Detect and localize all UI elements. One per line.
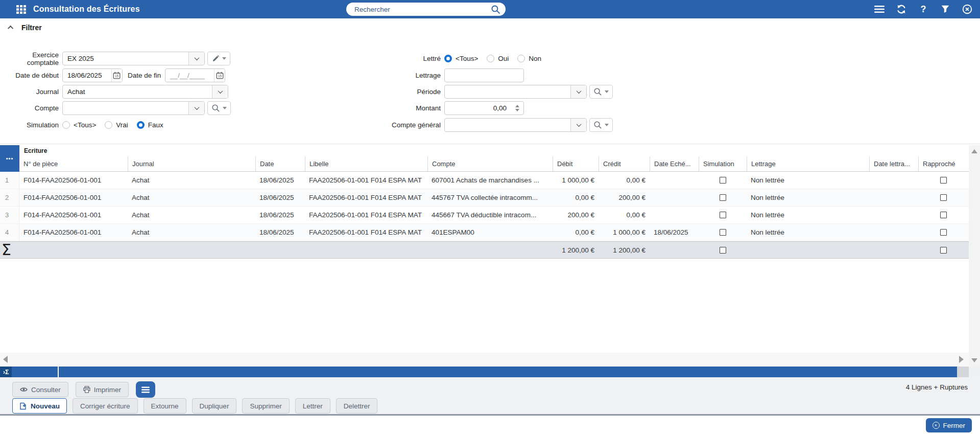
table-row[interactable]: 4 F014-FAA202506-01-001 Achat 18/06/2025… (0, 224, 969, 241)
simulation-label: Simulation (4, 121, 62, 129)
col-header-date-lettrage[interactable]: Date lettra... (869, 156, 918, 171)
compte-general-label: Compte général (357, 121, 444, 129)
lettre-radio-oui[interactable] (487, 55, 494, 62)
delettrer-button[interactable]: Delettrer (336, 398, 378, 414)
compte-dropdown-icon[interactable] (188, 102, 204, 115)
simulation-radio-faux[interactable] (137, 121, 145, 129)
col-header-lettrage[interactable]: Lettrage (747, 156, 869, 171)
lettrage-field[interactable] (444, 68, 524, 82)
cell-lettrage: Non lettrée (747, 194, 869, 201)
compte-general-dropdown-icon[interactable] (570, 119, 586, 131)
simulation-checkbox[interactable] (720, 212, 726, 218)
rapproche-checkbox[interactable] (940, 177, 947, 184)
fermer-button[interactable]: × Fermer (926, 418, 972, 432)
date-fin-field[interactable]: 15 (165, 68, 225, 82)
col-header-rapproche[interactable]: Rapproché (918, 156, 969, 171)
col-header-journal[interactable]: Journal (128, 156, 255, 171)
lines-count-info: 4 Lignes + Ruptures (906, 383, 968, 391)
exercice-edit-button[interactable] (207, 52, 230, 65)
column-options-button[interactable]: ••• (0, 145, 19, 172)
imprimer-button[interactable]: Imprimer (76, 382, 129, 397)
compte-general-lookup-button[interactable] (589, 118, 613, 132)
corriger-ecriture-button[interactable]: Corriger écriture (73, 398, 138, 414)
rapproche-checkbox[interactable] (940, 229, 947, 236)
extourne-button[interactable]: Extourne (144, 398, 186, 414)
col-header-compte[interactable]: Compte (427, 156, 553, 171)
dupliquer-button[interactable]: Dupliquer (192, 398, 237, 414)
grid-app-icon (16, 5, 26, 14)
montant-input[interactable] (445, 102, 511, 115)
total-credit: 1 200,00 € (603, 246, 646, 254)
date-debut-field[interactable]: 15 (62, 68, 123, 82)
col-header-libelle[interactable]: Libelle (305, 156, 427, 171)
scroll-right-icon[interactable] (959, 356, 964, 363)
cell-credit: 1 000,00 € (603, 229, 646, 236)
journal-dropdown-icon[interactable] (212, 85, 228, 98)
lettre-radio-non[interactable] (517, 55, 525, 62)
table-row[interactable]: 3 F014-FAA202506-01-001 Achat 18/06/2025… (0, 207, 969, 224)
vertical-scrollbar[interactable] (969, 145, 980, 367)
lettrage-input[interactable] (445, 69, 523, 82)
compte-general-combo[interactable] (444, 118, 587, 132)
col-header-piece[interactable]: N° de pièce (19, 156, 128, 171)
col-header-credit[interactable]: Crédit (599, 156, 650, 171)
nouveau-button[interactable]: Nouveau (12, 398, 67, 414)
periode-lookup-button[interactable] (589, 85, 613, 99)
exercice-dropdown-icon[interactable] (188, 52, 204, 65)
supprimer-button[interactable]: Supprimer (242, 398, 289, 414)
scroll-left-icon[interactable] (3, 356, 8, 363)
calendar-icon[interactable]: 15 (111, 69, 122, 82)
scroll-down-icon[interactable] (971, 358, 977, 362)
page-title: Consultation des Écritures (33, 5, 140, 14)
periode-dropdown-icon[interactable] (570, 85, 586, 98)
table-row[interactable]: 2 F014-FAA202506-01-001 Achat 18/06/2025… (0, 189, 969, 207)
help-icon[interactable]: ? (918, 4, 929, 15)
menu-icon[interactable] (874, 4, 885, 15)
search-icon[interactable] (491, 5, 500, 14)
refresh-icon[interactable] (896, 4, 907, 15)
simulation-checkbox[interactable] (720, 229, 726, 236)
filter-icon[interactable] (940, 4, 951, 15)
exercice-select[interactable]: EX 2025 (62, 52, 205, 65)
search-input[interactable] (354, 6, 491, 13)
cell-lettrage: Non lettrée (747, 211, 869, 219)
sum-bar-icon[interactable]: ›Σ (0, 367, 12, 377)
calendar-icon[interactable]: 15 (214, 69, 225, 82)
close-window-icon[interactable] (962, 4, 973, 15)
periode-combo[interactable] (444, 85, 587, 99)
col-header-date[interactable]: Date (255, 156, 305, 171)
rapproche-checkbox[interactable] (940, 194, 947, 201)
horizontal-scrollbar[interactable] (0, 353, 969, 367)
date-debut-input[interactable] (63, 69, 111, 82)
title-bar: Consultation des Écritures ? (0, 0, 980, 18)
col-header-simulation[interactable]: Simulation (699, 156, 747, 171)
collapse-filter-icon[interactable] (8, 26, 13, 31)
simulation-checkbox[interactable] (720, 194, 726, 201)
compte-combo[interactable] (62, 101, 205, 115)
table-row[interactable]: 1 F014-FAA202506-01-001 Achat 18/06/2025… (0, 172, 969, 189)
cell-date: 18/06/2025 (255, 211, 305, 219)
col-header-date-echeance[interactable]: Date Eché... (650, 156, 699, 171)
journal-select[interactable]: Achat (62, 85, 228, 99)
lettrer-button[interactable]: Lettrer (295, 398, 330, 414)
date-debut-label: Date de début (4, 72, 62, 79)
compte-lookup-button[interactable] (207, 101, 231, 115)
rapproche-checkbox[interactable] (940, 212, 947, 218)
summary-rapproche-checkbox[interactable] (940, 247, 947, 254)
scroll-up-icon[interactable] (971, 149, 977, 153)
summary-simulation-checkbox[interactable] (720, 247, 726, 254)
consulter-button[interactable]: Consulter (12, 382, 68, 397)
more-actions-button[interactable] (136, 381, 155, 398)
col-header-debit[interactable]: Débit (553, 156, 599, 171)
lettre-radio-tous[interactable] (444, 55, 452, 62)
simulation-radio-vrai[interactable] (105, 121, 112, 129)
simulation-radio-tous[interactable] (62, 121, 70, 129)
edit-caret-icon (222, 57, 226, 60)
simulation-checkbox[interactable] (720, 177, 726, 184)
cell-lettrage: Non lettrée (747, 229, 869, 236)
montant-spinner[interactable] (511, 105, 523, 111)
search-box[interactable] (346, 3, 506, 16)
montant-field[interactable] (444, 101, 524, 115)
date-fin-input[interactable] (165, 69, 214, 82)
exercice-label: Exercice comptable (4, 51, 62, 66)
